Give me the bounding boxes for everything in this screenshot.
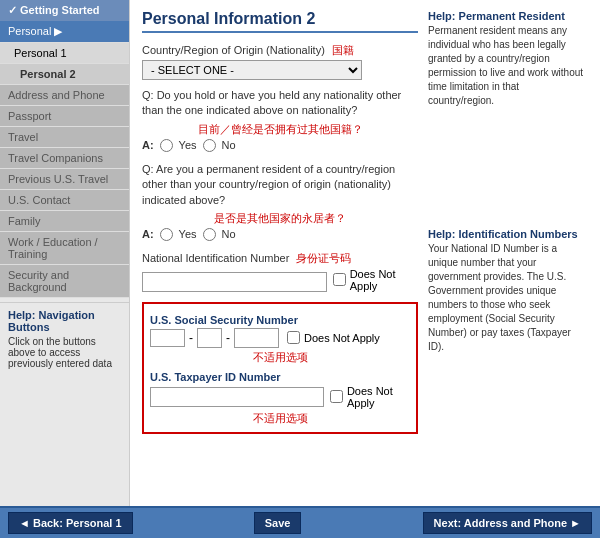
sidebar-item-us-contact[interactable]: U.S. Contact: [0, 190, 129, 211]
sidebar-item-work[interactable]: Work / Education / Training: [0, 232, 129, 265]
personal2-label: Personal 2: [20, 68, 76, 80]
ssn-chinese: 不适用选项: [253, 351, 308, 363]
back-button[interactable]: ◄ Back: Personal 1: [8, 512, 133, 534]
no1-radio[interactable]: [203, 139, 216, 152]
taxpayer-label: U.S. Taxpayer ID Number: [150, 371, 410, 383]
taxpayer-chinese: 不适用选项: [253, 412, 308, 424]
sidebar-item-personal1[interactable]: Personal 1: [0, 43, 129, 64]
travel-label: Travel: [8, 131, 38, 143]
yes2-label: Yes: [179, 228, 197, 240]
sidebar-item-personal2[interactable]: Personal 2: [0, 64, 129, 85]
main-layout: ✓ Getting Started Personal ▶ Personal 1 …: [0, 0, 600, 506]
national-id-input[interactable]: [142, 272, 327, 292]
ssn-section: U.S. Social Security Number - - Does Not…: [150, 314, 410, 365]
question1-chinese: 目前／曾经是否拥有过其他国籍？: [142, 122, 418, 137]
ssn-label: U.S. Social Security Number: [150, 314, 410, 326]
help-permanent-resident: Help: Permanent Resident Permanent resid…: [428, 10, 588, 108]
personal-label: Personal: [8, 25, 51, 37]
sidebar-help-text: Click on the buttons above to access pre…: [8, 336, 121, 369]
ssn-dash2: -: [226, 331, 230, 345]
travel-companions-label: Travel Companions: [8, 152, 103, 164]
answer2-row: A: Yes No: [142, 228, 418, 241]
question2-text: Q: Are you a permanent resident of a cou…: [142, 162, 418, 208]
does-not-apply1-label: Does Not Apply: [350, 268, 418, 292]
sidebar-item-security[interactable]: Security and Background: [0, 265, 129, 298]
taxpayer-input[interactable]: [150, 387, 324, 407]
taxpayer-does-not-apply-checkbox[interactable]: [330, 390, 343, 403]
ssn-input2[interactable]: [197, 328, 222, 348]
taxpayer-section: U.S. Taxpayer ID Number Does Not Apply 不…: [150, 371, 410, 426]
getting-started-header: ✓ Getting Started: [0, 0, 129, 21]
us-contact-label: U.S. Contact: [8, 194, 70, 206]
help1-title: Help: Permanent Resident: [428, 10, 588, 22]
sidebar-item-travel[interactable]: Travel: [0, 127, 129, 148]
help-identification: Help: Identification Numbers Your Nation…: [428, 228, 588, 354]
save-button[interactable]: Save: [254, 512, 302, 534]
question1-block: Q: Do you hold or have you held any nati…: [142, 88, 418, 152]
sidebar-item-personal[interactable]: Personal ▶: [0, 21, 129, 43]
help2-title: Help: Identification Numbers: [428, 228, 588, 240]
no1-label: No: [222, 139, 236, 151]
national-id-label: National Identification Number 身份证号码: [142, 251, 418, 266]
ssn-does-not-apply-label: Does Not Apply: [304, 332, 380, 344]
next-button[interactable]: Next: Address and Phone ►: [423, 512, 592, 534]
question2-chinese: 是否是其他国家的永居者？: [142, 211, 418, 226]
getting-started-label: ✓ Getting Started: [8, 4, 100, 16]
red-border-section: U.S. Social Security Number - - Does Not…: [142, 302, 418, 434]
footer-nav: ◄ Back: Personal 1 Save Next: Address an…: [0, 506, 600, 538]
does-not-apply1-row: Does Not Apply: [333, 268, 418, 292]
content-area: Personal Information 2 Country/Region of…: [130, 0, 600, 506]
sidebar-help-title: Help: Navigation Buttons: [8, 309, 121, 333]
sidebar-item-previous-us-travel[interactable]: Previous U.S. Travel: [0, 169, 129, 190]
ssn-does-not-apply-checkbox[interactable]: [287, 331, 300, 344]
help-column: Help: Permanent Resident Permanent resid…: [428, 10, 588, 496]
ssn-input1[interactable]: [150, 329, 185, 347]
app-container: ✓ Getting Started Personal ▶ Personal 1 …: [0, 0, 600, 538]
sidebar: ✓ Getting Started Personal ▶ Personal 1 …: [0, 0, 130, 506]
family-label: Family: [8, 215, 40, 227]
sidebar-item-passport[interactable]: Passport: [0, 106, 129, 127]
question2-block: Q: Are you a permanent resident of a cou…: [142, 162, 418, 241]
yes2-radio[interactable]: [160, 228, 173, 241]
national-id-section: National Identification Number 身份证号码 Doe…: [142, 251, 418, 296]
taxpayer-does-not-apply-label: Does Not Apply: [347, 385, 410, 409]
content-main: Personal Information 2 Country/Region of…: [142, 10, 418, 496]
work-label: Work / Education / Training: [8, 236, 98, 260]
sidebar-item-address[interactable]: Address and Phone: [0, 85, 129, 106]
sidebar-item-travel-companions[interactable]: Travel Companions: [0, 148, 129, 169]
page-title: Personal Information 2: [142, 10, 418, 33]
country-label: Country/Region of Origin (Nationality) 国…: [142, 43, 418, 58]
answer1-row: A: Yes No: [142, 139, 418, 152]
previous-us-travel-label: Previous U.S. Travel: [8, 173, 108, 185]
no2-label: No: [222, 228, 236, 240]
sidebar-item-family[interactable]: Family: [0, 211, 129, 232]
ssn-dash1: -: [189, 331, 193, 345]
ssn-input3[interactable]: [234, 328, 279, 348]
passport-label: Passport: [8, 110, 51, 122]
yes1-radio[interactable]: [160, 139, 173, 152]
yes1-label: Yes: [179, 139, 197, 151]
personal1-label: Personal 1: [14, 47, 67, 59]
help2-text: Your National ID Number is a unique numb…: [428, 242, 588, 354]
question1-text: Q: Do you hold or have you held any nati…: [142, 88, 418, 119]
help1-text: Permanent resident means any individual …: [428, 24, 588, 108]
security-label: Security and Background: [8, 269, 69, 293]
address-label: Address and Phone: [8, 89, 105, 101]
does-not-apply1-checkbox[interactable]: [333, 273, 346, 286]
no2-radio[interactable]: [203, 228, 216, 241]
sidebar-help-section: Help: Navigation Buttons Click on the bu…: [0, 302, 129, 375]
country-select[interactable]: - SELECT ONE -: [142, 60, 362, 80]
